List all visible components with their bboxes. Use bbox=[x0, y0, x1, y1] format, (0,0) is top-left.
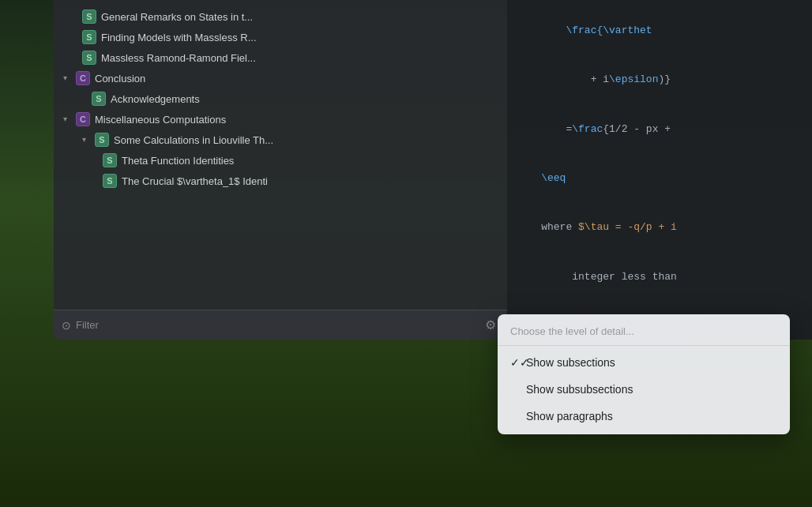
code-line-4: \eeq bbox=[517, 154, 803, 203]
code-line-1: \frac{\varthet bbox=[517, 6, 803, 55]
tree-item-theta[interactable]: S Theta Function Identities bbox=[54, 150, 507, 171]
tree-list: S General Remarks on States in t... S Fi… bbox=[54, 0, 507, 197]
dropdown-menu: Choose the level of detail... ✓ Show sub… bbox=[498, 314, 790, 434]
tree-item-acknowledgements[interactable]: S Acknowledgements bbox=[54, 88, 507, 109]
code-panel: \frac{\varthet + i\epsilon)} =\frac{1/2 … bbox=[507, 0, 812, 340]
badge-c-misc: C bbox=[76, 112, 90, 126]
badge-c-conclusion: C bbox=[76, 71, 90, 85]
dropdown-item-subsections[interactable]: ✓ Show subsections bbox=[498, 349, 790, 376]
filter-input[interactable] bbox=[76, 319, 482, 331]
badge-s-theta: S bbox=[103, 153, 117, 167]
chevron-down-some: ▾ bbox=[82, 135, 92, 145]
chevron-down-misc: ▾ bbox=[63, 115, 73, 124]
tree-item-general-remarks[interactable]: S General Remarks on States in t... bbox=[54, 6, 507, 27]
label-crucial: The Crucial $\vartheta_1$ Identi bbox=[122, 175, 268, 187]
check-subsections: ✓ bbox=[510, 356, 526, 369]
label-general-remarks: General Remarks on States in t... bbox=[101, 11, 253, 23]
dropdown-item-subsubsections[interactable]: ✓ Show subsubsections bbox=[498, 376, 790, 403]
tree-item-misc[interactable]: ▾ C Miscellaneous Computations bbox=[54, 109, 507, 130]
dropdown-label-subsubsections: Show subsubsections bbox=[526, 383, 633, 396]
tree-item-conclusion[interactable]: ▾ C Conclusion bbox=[54, 68, 507, 88]
code-line-6: integer less than bbox=[517, 253, 803, 302]
code-line-2: + i\epsilon)} bbox=[517, 55, 803, 104]
sidebar-panel: S General Remarks on States in t... S Fi… bbox=[54, 0, 507, 340]
filter-icon: ⊙ bbox=[62, 319, 71, 332]
gear-button[interactable]: ⚙ bbox=[482, 314, 499, 336]
label-acknowledgements: Acknowledgements bbox=[111, 93, 200, 105]
code-line-5: where $\tau = -q/p + i bbox=[517, 204, 803, 253]
label-some-calculations: Some Calculations in Liouville Th... bbox=[114, 134, 273, 146]
dropdown-item-paragraphs[interactable]: ✓ Show paragraphs bbox=[498, 403, 790, 430]
tree-item-crucial[interactable]: S The Crucial $\vartheta_1$ Identi bbox=[54, 171, 507, 191]
tree-item-massless-ramond[interactable]: S Massless Ramond-Ramond Fiel... bbox=[54, 47, 507, 68]
dropdown-divider-1 bbox=[498, 345, 790, 346]
badge-s-ack: S bbox=[92, 92, 106, 106]
badge-s-some: S bbox=[95, 133, 109, 147]
tree-item-some-calculations[interactable]: ▾ S Some Calculations in Liouville Th... bbox=[54, 130, 507, 150]
label-misc: Miscellaneous Computations bbox=[95, 114, 226, 126]
filter-bar: ⊙ ⚙ bbox=[54, 310, 507, 340]
badge-s-massless: S bbox=[82, 51, 96, 65]
badge-s-general: S bbox=[82, 9, 96, 24]
dropdown-label-paragraphs: Show paragraphs bbox=[526, 410, 613, 422]
dropdown-label-subsections: Show subsections bbox=[526, 356, 615, 369]
tree-scroll: S General Remarks on States in t... S Fi… bbox=[54, 0, 507, 310]
label-massless-ramond: Massless Ramond-Ramond Fiel... bbox=[101, 52, 256, 64]
badge-s-crucial: S bbox=[103, 174, 117, 188]
label-theta: Theta Function Identities bbox=[122, 155, 234, 167]
tree-item-finding-models[interactable]: S Finding Models with Massless R... bbox=[54, 27, 507, 47]
label-finding-models: Finding Models with Massless R... bbox=[101, 32, 257, 43]
label-conclusion: Conclusion bbox=[95, 73, 145, 84]
chevron-down-conclusion: ▾ bbox=[63, 73, 73, 83]
badge-s-finding: S bbox=[82, 30, 96, 44]
code-line-3: =\frac{1/2 - px + bbox=[517, 105, 803, 154]
dropdown-hint: Choose the level of detail... bbox=[498, 319, 790, 342]
